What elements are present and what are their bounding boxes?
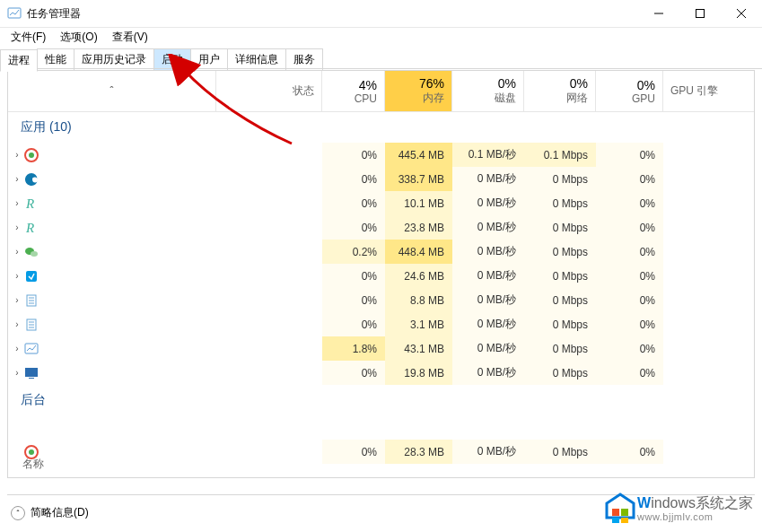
svg-rect-2 (696, 10, 705, 18)
cell-gpu: 0% (596, 264, 663, 288)
expand-chevron-icon[interactable]: › (10, 198, 24, 208)
expand-chevron-icon[interactable]: › (10, 319, 24, 329)
expand-chevron-icon[interactable]: › (10, 344, 24, 353)
col-header-disk[interactable]: 0%磁盘 (452, 71, 524, 111)
cell-memory: 10.1 MB (385, 191, 452, 215)
maximize-button[interactable] (679, 0, 721, 28)
cell-memory: 338.7 MB (385, 167, 452, 191)
cell-status (216, 191, 322, 215)
cell-disk: 0 MB/秒 (452, 361, 524, 385)
cell-status (216, 288, 322, 312)
menu-options[interactable]: 选项(O) (55, 29, 102, 46)
cell-network: 0 Mbps (524, 191, 596, 215)
svg-rect-20 (25, 344, 38, 353)
col-header-name[interactable]: ˆ 名称 (8, 71, 216, 111)
cell-name: › (8, 336, 216, 361)
process-icon (24, 269, 39, 283)
menu-view[interactable]: 查看(V) (107, 29, 153, 46)
cell-gpu: 0% (596, 288, 663, 312)
cell-gpu: 0% (596, 240, 663, 264)
cell-name: › (8, 312, 216, 336)
table-row[interactable]: ›0%338.7 MB0 MB/秒0 Mbps0% (8, 167, 754, 191)
sort-indicator-icon: ˆ (110, 85, 114, 98)
process-icon: R (24, 221, 39, 235)
expand-chevron-icon[interactable]: › (10, 271, 24, 281)
cell-disk: 0 MB/秒 (452, 240, 524, 264)
table-row[interactable]: ›0%8.8 MB0 MB/秒0 Mbps0% (8, 288, 754, 312)
cell-status (216, 215, 322, 240)
cell-status (216, 336, 322, 361)
col-header-network[interactable]: 0%网络 (524, 71, 596, 111)
tabstrip: 进程 性能 应用历史记录 启动 用户 详细信息 服务 (0, 48, 762, 69)
table-row[interactable]: ›0%3.1 MB0 MB/秒0 Mbps0% (8, 312, 754, 336)
table-row[interactable]: ›0%24.6 MB0 MB/秒0 Mbps0% (8, 264, 754, 288)
cell-name: › (8, 167, 216, 191)
process-icon (24, 293, 39, 308)
expand-chevron-icon[interactable]: › (10, 174, 24, 184)
cell-gpu-engine (663, 312, 754, 336)
fewer-details-button[interactable]: ˆ 简略信息(D) (7, 503, 92, 522)
expand-chevron-icon[interactable]: › (10, 295, 24, 305)
cell-network: 0.1 Mbps (524, 143, 596, 167)
table-row[interactable]: ›0%19.8 MB0 MB/秒0 Mbps0% (8, 361, 754, 385)
process-icon (24, 318, 39, 332)
expand-chevron-icon[interactable]: › (10, 222, 24, 232)
expand-chevron-icon[interactable]: › (10, 150, 24, 160)
group-background[interactable]: 后台 (8, 385, 754, 415)
tab-processes[interactable]: 进程 (0, 49, 38, 72)
cell-gpu-engine (663, 167, 754, 191)
table-row[interactable]: ›1.8%43.1 MB0 MB/秒0 Mbps0% (8, 336, 754, 361)
cell-gpu-engine (663, 336, 754, 361)
expand-chevron-icon[interactable]: › (10, 247, 24, 257)
cell-memory: 43.1 MB (385, 336, 452, 361)
table-row[interactable]: ›R0%23.8 MB0 MB/秒0 Mbps0% (8, 215, 754, 240)
col-header-memory[interactable]: 76%内存 (385, 71, 452, 111)
cell-network: 0 Mbps (524, 264, 596, 288)
process-icon (24, 172, 39, 187)
cell-name: › (8, 240, 216, 264)
group-apps[interactable]: 应用 (10) (8, 112, 754, 143)
cell-gpu-engine (663, 143, 754, 167)
cell-disk: 0 MB/秒 (452, 264, 524, 288)
cell-memory: 28.3 MB (385, 440, 452, 464)
process-icon: R (24, 196, 39, 211)
cell-disk: 0 MB/秒 (452, 215, 524, 240)
cell-memory: 8.8 MB (385, 288, 452, 312)
col-header-cpu[interactable]: 4%CPU (322, 71, 385, 111)
window-title: 任务管理器 (27, 6, 81, 22)
table-body[interactable]: 应用 (10)›0%445.4 MB0.1 MB/秒0.1 Mbps0%›0%3… (8, 112, 754, 477)
col-header-status[interactable]: 状态 (216, 71, 322, 111)
cell-memory: 448.4 MB (385, 240, 452, 264)
cell-status (216, 167, 322, 191)
table-row[interactable]: ›0%445.4 MB0.1 MB/秒0.1 Mbps0% (8, 143, 754, 167)
cell-disk: 0 MB/秒 (452, 191, 524, 215)
svg-text:R: R (25, 196, 34, 211)
process-icon (24, 245, 39, 259)
cell-cpu: 0% (322, 440, 385, 464)
cell-status (216, 361, 322, 385)
col-header-gpu-engine[interactable]: GPU 引擎 (663, 71, 754, 111)
table-row[interactable]: ›0%28.3 MB0 MB/秒0 Mbps0% (8, 440, 754, 464)
svg-text:R: R (25, 221, 34, 235)
cell-disk: 0 MB/秒 (452, 288, 524, 312)
cell-gpu-engine (663, 240, 754, 264)
svg-rect-11 (26, 271, 37, 282)
expand-chevron-icon[interactable]: › (10, 368, 24, 378)
cell-status (216, 264, 322, 288)
col-header-gpu[interactable]: 0%GPU (596, 71, 663, 111)
cell-network: 0 Mbps (524, 361, 596, 385)
cell-gpu: 0% (596, 143, 663, 167)
table-row[interactable]: ›R0%10.1 MB0 MB/秒0 Mbps0% (8, 191, 754, 215)
table-header: ˆ 名称 状态 4%CPU 76%内存 0%磁盘 0%网络 0%GPU GPU … (8, 71, 754, 112)
close-button[interactable] (721, 0, 762, 28)
menu-file[interactable]: 文件(F) (5, 29, 51, 46)
cell-disk: 0 MB/秒 (452, 312, 524, 336)
cell-memory: 23.8 MB (385, 215, 452, 240)
table-row[interactable]: ›0.2%448.4 MB0 MB/秒0 Mbps0% (8, 240, 754, 264)
svg-point-10 (31, 251, 38, 257)
cell-status (216, 240, 322, 264)
cell-gpu-engine (663, 288, 754, 312)
process-icon (24, 148, 39, 162)
cell-disk: 0 MB/秒 (452, 440, 524, 464)
minimize-button[interactable] (638, 0, 679, 28)
